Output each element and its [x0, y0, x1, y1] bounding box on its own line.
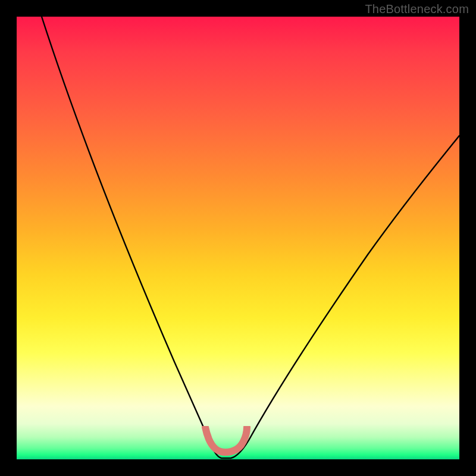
watermark-text: TheBottleneck.com: [365, 2, 469, 16]
plot-area: [17, 17, 459, 459]
outer-frame: TheBottleneck.com: [0, 0, 476, 476]
bottleneck-curve: [17, 17, 459, 459]
